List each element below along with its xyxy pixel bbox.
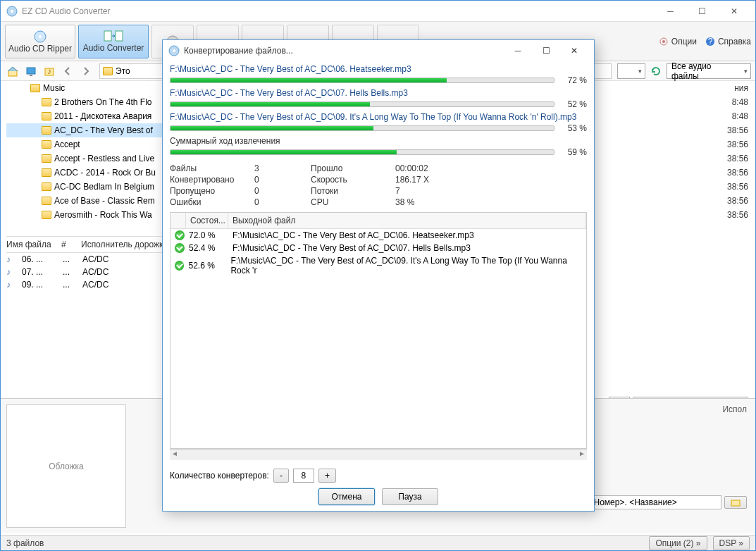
stat-value: 00:00:02 [395, 163, 466, 174]
count-input[interactable] [293, 469, 314, 483]
folder-icon [42, 98, 51, 106]
file-row[interactable]: ♪06. ......AC/DC [6, 253, 168, 266]
dialog-titlebar: Конвертирование файлов... ─ ☐ ✕ [163, 40, 594, 61]
app-icon [6, 6, 18, 17]
audio-cd-ripper-button[interactable]: Audio CD Ripper [5, 25, 75, 58]
result-row[interactable]: 72.0 %F:\Music\AC_DC - The Very Best of … [171, 229, 586, 242]
ok-icon [175, 230, 185, 240]
audio-converter-button[interactable]: Audio Converter [78, 25, 149, 58]
folder-icon [42, 140, 51, 149]
time-value: 8:48 [727, 95, 748, 109]
time-value: 38:56 [727, 194, 748, 208]
stat-value: 7 [395, 185, 466, 197]
column-headers[interactable]: Имя файла # Исполнитель дорожки [6, 236, 168, 253]
col-state[interactable]: Состоя... [186, 213, 228, 228]
filter-combo[interactable]: Все аудио файлы [667, 63, 751, 79]
forward-icon[interactable] [78, 63, 94, 79]
horizontal-scrollbar[interactable] [170, 449, 587, 460]
col-filename[interactable]: Имя файла [6, 240, 56, 249]
folder-label: AC-DC Bedlam In Belgium [54, 182, 154, 192]
dialog-close-button[interactable]: ✕ [560, 42, 588, 60]
cover-label: Обложка [49, 462, 84, 471]
refresh-icon[interactable] [648, 63, 664, 79]
stat-value: 0 [254, 197, 311, 208]
file-row[interactable]: ♪09. ......AC/DC [6, 278, 168, 291]
progress-percent: 59 % [559, 147, 587, 157]
col-outfile[interactable]: Выходной файл [228, 213, 586, 228]
cancel-button[interactable]: Отмена [318, 488, 375, 505]
maximize-button[interactable]: ☐ [686, 1, 718, 21]
cover-art-box[interactable]: Обложка [6, 404, 126, 528]
result-list[interactable]: Состоя... Выходной файл 72.0 %F:\Music\A… [170, 212, 587, 449]
count-label: Количество конвертеров: [170, 471, 269, 481]
view-combo[interactable] [617, 63, 645, 79]
options-button[interactable]: Опции (2) » [649, 536, 707, 550]
stat-value: 3 [254, 163, 311, 174]
dsp-button[interactable]: DSP » [713, 536, 750, 550]
progress-label: F:\Music\AC_DC - The Very Best of AC_DC\… [170, 64, 587, 74]
svg-rect-4 [104, 31, 111, 41]
file-num: ... [63, 254, 77, 264]
file-name: 07. ... [22, 267, 57, 277]
filter-label: Все аудио файлы [671, 61, 738, 81]
result-file: F:\Music\AC_DC - The Very Best of AC_DC\… [233, 243, 471, 253]
result-percent: 52.4 % [189, 243, 228, 253]
svg-text:?: ? [708, 37, 713, 47]
file-artist: AC/DC [82, 254, 109, 264]
result-row[interactable]: 52.4 %F:\Music\AC_DC - The Very Best of … [171, 242, 586, 254]
back-icon[interactable] [60, 63, 75, 79]
ok-icon [175, 243, 185, 253]
conversion-dialog: Конвертирование файлов... ─ ☐ ✕ F:\Music… [162, 39, 595, 512]
converter-count-control: Количество конвертеров: - + [170, 469, 587, 483]
music-folder-icon[interactable]: ♪ [42, 63, 57, 79]
time-value: 38:56 [727, 208, 748, 222]
convert-icon [104, 30, 123, 43]
file-num: ... [63, 267, 77, 277]
music-icon: ♪ [6, 254, 16, 264]
col-num[interactable]: # [61, 240, 75, 249]
help-icon: ? [705, 37, 715, 47]
folder-icon [42, 168, 51, 177]
titlebar: EZ CD Audio Converter ─ ☐ ✕ [1, 1, 755, 22]
stats-grid: Файлы3 Прошло00:00:02 Конвертировано0 Ск… [170, 163, 587, 208]
pause-button[interactable]: Пауза [382, 488, 438, 505]
desktop-icon[interactable] [23, 63, 39, 79]
stat-value: 0 [254, 185, 311, 197]
minimize-button[interactable]: ─ [655, 1, 686, 21]
home-icon[interactable] [5, 63, 20, 79]
window-title: EZ CD Audio Converter [22, 6, 655, 16]
dialog-minimize-button[interactable]: ─ [504, 42, 532, 60]
result-row[interactable]: 52.6 %F:\Music\AC_DC - The Very Best of … [171, 254, 586, 277]
disc-icon [33, 30, 47, 44]
dialog-footer: Количество конвертеров: - + Отмена Пауза [163, 463, 594, 511]
close-button[interactable]: ✕ [718, 1, 750, 21]
progress-bar [170, 101, 554, 107]
svg-point-8 [662, 40, 665, 43]
music-icon: ♪ [6, 267, 16, 277]
progress-block: F:\Music\AC_DC - The Very Best of AC_DC\… [170, 88, 587, 109]
dialog-title: Конвертирование файлов... [184, 46, 504, 56]
folder-label: ACDC - 2014 - Rock Or Bu [54, 168, 156, 178]
decrement-button[interactable]: - [273, 469, 289, 483]
svg-rect-13 [30, 75, 32, 76]
help-link[interactable]: ? Справка [705, 37, 751, 47]
time-value: 38:56 [727, 180, 748, 194]
col-artist[interactable]: Исполнитель дорожки [81, 240, 168, 249]
file-row[interactable]: ♪07. ......AC/DC [6, 266, 168, 278]
artist-label: Испол [722, 404, 747, 414]
increment-button[interactable]: + [318, 469, 336, 483]
time-value: 38:56 [727, 166, 748, 180]
file-list: Имя файла # Исполнитель дорожки ♪06. ...… [6, 236, 168, 291]
result-file: F:\Music\AC_DC - The Very Best of AC_DC\… [233, 230, 474, 240]
progress-label: Суммарный ход извлечения [170, 136, 587, 146]
browse-button[interactable] [724, 496, 747, 509]
options-link[interactable]: Опции [659, 37, 697, 47]
time-value: ния [727, 81, 748, 95]
dialog-maximize-button[interactable]: ☐ [532, 42, 560, 60]
file-artist: AC/DC [82, 267, 109, 277]
stat-label: Прошло [311, 163, 395, 174]
folder-label: Aerosmith - Rock This Wa [54, 210, 152, 220]
svg-rect-11 [8, 70, 17, 76]
folder-icon [30, 84, 40, 92]
result-headers[interactable]: Состоя... Выходной файл [171, 213, 586, 229]
